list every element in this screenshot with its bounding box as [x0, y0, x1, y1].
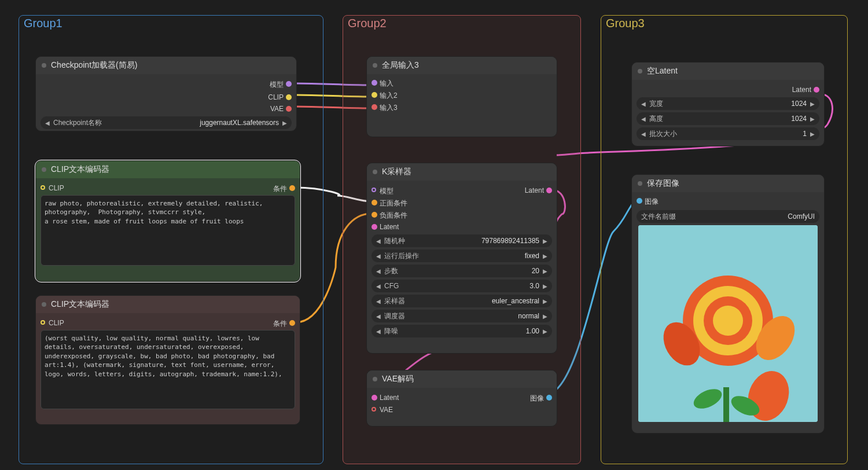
next-arrow-icon[interactable]: ▶: [282, 120, 287, 126]
node-global-input[interactable]: 全局输入3 输入 输入2 输入3: [366, 56, 557, 137]
widget-seed[interactable]: ◀随机种797869892411385▶: [372, 234, 552, 247]
node-checkpoint-loader[interactable]: Checkpoint加载器(简易) 模型 CLIP VAE ◀ Checkpoi…: [35, 56, 297, 131]
node-title: VAE解码: [382, 374, 414, 384]
widget-width[interactable]: ◀宽度1024▶: [637, 97, 819, 110]
group-2[interactable]: Group2 全局输入3 输入 输入2 输入3 K采样器 模型 Latent 正…: [343, 15, 581, 464]
next-arrow-icon[interactable]: ▶: [810, 131, 815, 137]
widget-after-generate[interactable]: ◀运行后操作fixed▶: [372, 249, 552, 262]
input-model[interactable]: 模型: [372, 185, 396, 197]
prev-arrow-icon[interactable]: ◀: [376, 283, 381, 289]
checkpoint-selector[interactable]: ◀ Checkpoint名称 juggernautXL.safetensors …: [41, 116, 292, 129]
prev-arrow-icon[interactable]: ◀: [641, 101, 646, 107]
widget-steps[interactable]: ◀步数20▶: [372, 265, 552, 277]
input-1[interactable]: 输入: [372, 78, 552, 90]
node-graph-canvas[interactable]: Group1 Checkpoint加载器(简易) 模型 CLIP VAE ◀ C…: [0, 0, 868, 470]
node-clip-text-encode-negative[interactable]: CLIP文本编码器 CLIP 条件: [35, 295, 300, 425]
collapse-dot-icon[interactable]: [638, 181, 642, 186]
group-title[interactable]: Group2: [348, 17, 387, 30]
next-arrow-icon[interactable]: ▶: [543, 268, 547, 274]
next-arrow-icon[interactable]: ▶: [543, 298, 547, 304]
group-title[interactable]: Group1: [24, 17, 62, 30]
output-preview-image[interactable]: [638, 225, 818, 422]
next-arrow-icon[interactable]: ▶: [810, 101, 815, 107]
collapse-dot-icon[interactable]: [42, 167, 46, 172]
input-clip[interactable]: CLIP: [41, 183, 67, 195]
input-vae[interactable]: VAE: [372, 405, 552, 415]
output-latent[interactable]: Latent: [523, 185, 552, 197]
output-conditioning[interactable]: 条件: [271, 318, 295, 330]
output-image[interactable]: 图像: [528, 392, 552, 405]
group-title[interactable]: Group3: [606, 17, 645, 30]
collapse-dot-icon[interactable]: [42, 302, 46, 307]
svg-point-4: [713, 306, 743, 336]
prev-arrow-icon[interactable]: ◀: [376, 328, 381, 335]
widget-filename-prefix[interactable]: 文件名前缀ComfyUI: [637, 210, 819, 223]
prev-arrow-icon[interactable]: ◀: [376, 313, 381, 320]
node-header[interactable]: 保存图像: [632, 175, 824, 192]
node-save-image[interactable]: 保存图像 图像 文件名前缀ComfyUI: [631, 174, 825, 434]
node-clip-text-encode-positive[interactable]: CLIP文本编码器 CLIP 条件: [35, 160, 300, 282]
input-clip[interactable]: CLIP: [41, 318, 67, 330]
collapse-dot-icon[interactable]: [373, 377, 377, 381]
node-title: CLIP文本编码器: [51, 299, 109, 310]
next-arrow-icon[interactable]: ▶: [543, 283, 547, 289]
node-header[interactable]: CLIP文本编码器: [36, 161, 300, 178]
widget-cfg[interactable]: ◀CFG3.0▶: [372, 280, 552, 292]
widget-denoise[interactable]: ◀降噪1.00▶: [372, 325, 552, 337]
widget-scheduler[interactable]: ◀调度器normal▶: [372, 310, 552, 322]
node-header[interactable]: CLIP文本编码器: [36, 296, 300, 313]
node-empty-latent[interactable]: 空Latent Latent ◀宽度1024▶ ◀高度1024▶ ◀批次大小1▶: [631, 62, 825, 146]
svg-rect-8: [723, 387, 729, 422]
input-negative[interactable]: 负面条件: [372, 210, 552, 222]
node-header[interactable]: Checkpoint加载器(简易): [36, 57, 296, 74]
node-title: CLIP文本编码器: [51, 164, 109, 175]
widget-batch[interactable]: ◀批次大小1▶: [637, 127, 819, 140]
input-image[interactable]: 图像: [637, 196, 819, 208]
input-2[interactable]: 输入2: [372, 90, 552, 102]
node-title: 保存图像: [647, 178, 679, 189]
next-arrow-icon[interactable]: ▶: [543, 328, 547, 335]
prev-arrow-icon[interactable]: ◀: [641, 131, 646, 137]
output-vae[interactable]: VAE: [268, 104, 292, 114]
node-header[interactable]: 空Latent: [632, 63, 824, 80]
input-latent[interactable]: Latent: [372, 222, 552, 232]
node-header[interactable]: VAE解码: [367, 370, 557, 388]
next-arrow-icon[interactable]: ▶: [543, 313, 547, 320]
node-title: 全局输入3: [382, 60, 419, 71]
next-arrow-icon[interactable]: ▶: [543, 238, 547, 244]
group-1[interactable]: Group1 Checkpoint加载器(简易) 模型 CLIP VAE ◀ C…: [19, 15, 323, 464]
prompt-textarea[interactable]: [41, 330, 295, 409]
node-title: Checkpoint加载器(简易): [51, 60, 137, 71]
prev-arrow-icon[interactable]: ◀: [641, 116, 646, 122]
output-clip[interactable]: CLIP: [266, 92, 292, 102]
node-ksampler[interactable]: K采样器 模型 Latent 正面条件 负面条件 Latent ◀随机种7978…: [366, 163, 557, 354]
node-title: K采样器: [382, 167, 411, 177]
input-latent[interactable]: Latent: [372, 392, 401, 405]
collapse-dot-icon[interactable]: [638, 69, 642, 74]
prev-arrow-icon[interactable]: ◀: [376, 238, 381, 244]
node-title: 空Latent: [647, 66, 678, 76]
prev-arrow-icon[interactable]: ◀: [376, 253, 381, 259]
collapse-dot-icon[interactable]: [42, 63, 46, 68]
node-header[interactable]: K采样器: [367, 163, 557, 181]
widget-sampler-name[interactable]: ◀采样器euler_ancestral▶: [372, 295, 552, 307]
output-conditioning[interactable]: 条件: [271, 183, 295, 195]
node-header[interactable]: 全局输入3: [367, 57, 557, 74]
widget-height[interactable]: ◀高度1024▶: [637, 112, 819, 125]
input-3[interactable]: 输入3: [372, 102, 552, 114]
output-model[interactable]: 模型: [267, 79, 292, 91]
node-vae-decode[interactable]: VAE解码 Latent 图像 VAE: [366, 370, 557, 427]
collapse-dot-icon[interactable]: [373, 63, 377, 68]
prev-arrow-icon[interactable]: ◀: [376, 268, 381, 274]
prev-arrow-icon[interactable]: ◀: [376, 298, 381, 304]
input-positive[interactable]: 正面条件: [372, 197, 552, 210]
collapse-dot-icon[interactable]: [373, 170, 377, 174]
prev-arrow-icon[interactable]: ◀: [45, 120, 50, 126]
next-arrow-icon[interactable]: ▶: [543, 253, 547, 259]
group-3[interactable]: Group3 空Latent Latent ◀宽度1024▶ ◀高度1024▶ …: [601, 15, 848, 464]
next-arrow-icon[interactable]: ▶: [810, 116, 815, 122]
output-latent[interactable]: Latent: [790, 85, 819, 95]
prompt-textarea[interactable]: [41, 195, 295, 266]
